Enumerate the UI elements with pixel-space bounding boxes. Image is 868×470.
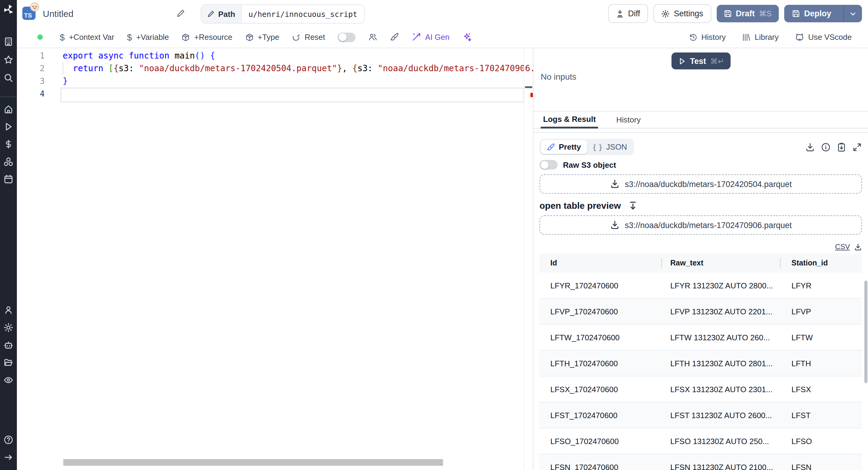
column-header-station-id[interactable]: Station_id [781, 254, 862, 273]
table-row[interactable]: LFSO_1702470600LFSO 131230Z AUTO 250...L… [539, 429, 862, 454]
sidebar-divider [0, 96, 17, 97]
package-icon [182, 33, 190, 41]
edit-title-pencil-icon[interactable] [177, 9, 185, 18]
csv-link[interactable]: CSV [835, 242, 850, 251]
download-result-icon[interactable] [805, 142, 815, 152]
add-variable-button[interactable]: $ +Variable [127, 32, 169, 42]
draft-button[interactable]: Draft ⌘S [716, 5, 779, 22]
baby-emoji-badge [30, 2, 39, 11]
table-header: Id Raw_text Station_id [539, 254, 862, 273]
info-icon[interactable] [821, 142, 831, 152]
open-table-preview-label[interactable]: open table preview [539, 200, 621, 211]
home-icon[interactable] [4, 105, 13, 114]
code-line[interactable]: 1export async function main() { [17, 50, 533, 62]
deploy-button[interactable]: Deploy [784, 5, 862, 22]
code-line[interactable]: 2 return [{s3: "noaa/duckdb/metars-17024… [17, 62, 533, 75]
table-row[interactable]: LFTH_1702470600LFTH 131230Z AUTO 2801...… [539, 351, 862, 377]
table-cell: LFTH [781, 359, 862, 368]
table-cell: LFSO_1702470600 [539, 437, 662, 446]
table-cell: LFTH_1702470600 [539, 359, 662, 368]
code-editor[interactable]: 1export async function main() {2 return … [17, 48, 533, 470]
table-cell: LFVP [781, 307, 862, 316]
overview-ruler [524, 48, 533, 470]
path-value[interactable]: u/henri/innocuous_script [242, 5, 364, 23]
s3-file-download-2[interactable]: s3://noaa/duckdb/metars-1702470906.parqu… [539, 215, 862, 235]
code-lines: 1export async function main() {2 return … [17, 48, 533, 100]
column-header-id[interactable]: Id [539, 254, 662, 273]
runs-play-icon[interactable] [4, 122, 13, 131]
search-icon[interactable] [4, 73, 13, 83]
add-context-var-button[interactable]: $ +Context Var [60, 32, 114, 42]
table-row[interactable]: LFVP_1702470600LFVP 131230Z AUTO 2201...… [539, 299, 862, 325]
tab-history[interactable]: History [614, 112, 643, 128]
sparkles-icon[interactable] [462, 33, 471, 41]
pretty-option[interactable]: Pretty [541, 140, 587, 154]
table-row[interactable]: LFYR_1702470600LFYR 131230Z AUTO 2800...… [539, 273, 862, 299]
variables-dollar-icon[interactable] [4, 139, 13, 149]
pretty-json-switch: Pretty { } JSON [539, 139, 634, 155]
collab-toggle[interactable] [338, 32, 356, 42]
test-button[interactable]: Test ⌘↵ [672, 53, 731, 69]
diff-icon [616, 10, 624, 18]
deploy-dropdown-chevron[interactable] [843, 5, 862, 22]
code-line[interactable]: 4 [17, 87, 533, 100]
table-cell: LFSN [781, 463, 862, 470]
cursor-position-marker [525, 86, 532, 88]
wand-icon [412, 33, 421, 41]
table-cell: LFTW_1702470600 [539, 333, 662, 342]
copy-clipboard-icon[interactable] [837, 142, 846, 152]
table-cell: LFYR 131230Z AUTO 2800... [662, 281, 781, 290]
multiplayer-users-icon[interactable] [369, 33, 378, 41]
path-pencil-icon [207, 10, 215, 18]
add-type-button[interactable]: +Type [245, 33, 279, 41]
editor-horizontal-scrollbar[interactable] [63, 459, 443, 466]
inputs-pane: Test ⌘↵ No inputs [533, 48, 868, 112]
line-number: 4 [17, 87, 44, 100]
library-button[interactable]: Library [742, 33, 779, 41]
gear-icon [661, 9, 670, 18]
tab-logs-result[interactable]: Logs & Result [541, 112, 598, 128]
expand-icon[interactable] [852, 142, 862, 152]
dollar-icon: $ [60, 32, 65, 42]
audit-eye-icon[interactable] [4, 375, 13, 385]
users-icon[interactable] [4, 305, 13, 315]
table-row[interactable]: LFTW_1702470600LFTW 131230Z AUTO 260...L… [539, 325, 862, 351]
windmill-logo-icon[interactable] [3, 4, 14, 15]
code-line[interactable]: 3} [17, 75, 533, 87]
save-icon [792, 10, 800, 18]
test-shortcut: ⌘↵ [710, 56, 724, 65]
arrow-down-from-line-icon[interactable] [628, 201, 638, 210]
ai-gen-button[interactable]: AI Gen [412, 33, 450, 41]
raw-s3-toggle[interactable] [539, 160, 558, 170]
format-paintbrush-icon[interactable] [390, 33, 399, 41]
resources-boxes-icon[interactable] [4, 157, 13, 167]
path-field[interactable]: Path u/henri/innocuous_script [201, 4, 365, 24]
workers-bot-icon[interactable] [4, 340, 13, 350]
workspace-icon[interactable] [4, 37, 13, 47]
brush-icon [547, 143, 555, 151]
favorites-star-icon[interactable] [4, 55, 13, 64]
csv-download-icon[interactable] [854, 243, 862, 251]
table-row[interactable]: LFSN_1702470600LFSN 131230Z AUTO 2100...… [539, 454, 862, 470]
json-option[interactable]: { } JSON [587, 140, 633, 154]
help-icon[interactable] [4, 435, 13, 445]
settings-button[interactable]: Settings [653, 4, 711, 23]
result-vertical-scrollbar[interactable] [864, 281, 867, 383]
history-button[interactable]: History [689, 33, 726, 41]
code-text: export async function main() { [63, 50, 215, 62]
add-resource-button[interactable]: +Resource [182, 33, 232, 41]
use-vscode-button[interactable]: Use VScode [795, 33, 852, 41]
table-row[interactable]: LFST_1702470600LFST 131230Z AUTO 2600...… [539, 403, 862, 429]
table-row[interactable]: LFSX_1702470600LFSX 131230Z AUTO 2301...… [539, 377, 862, 403]
table-body: LFYR_1702470600LFYR 131230Z AUTO 2800...… [539, 273, 862, 470]
settings-gear-icon[interactable] [4, 323, 13, 332]
table-cell: LFYR [781, 281, 862, 290]
schedules-calendar-icon[interactable] [4, 174, 13, 184]
column-header-raw-text[interactable]: Raw_text [662, 254, 781, 273]
folders-icon[interactable] [4, 358, 13, 368]
expand-sidebar-arrow-icon[interactable] [4, 452, 13, 462]
table-cell: LFTW 131230Z AUTO 260... [662, 333, 781, 342]
diff-button[interactable]: Diff [608, 4, 648, 23]
reset-button[interactable]: Reset [292, 33, 325, 41]
s3-file-download-1[interactable]: s3://noaa/duckdb/metars-1702420504.parqu… [539, 174, 862, 194]
